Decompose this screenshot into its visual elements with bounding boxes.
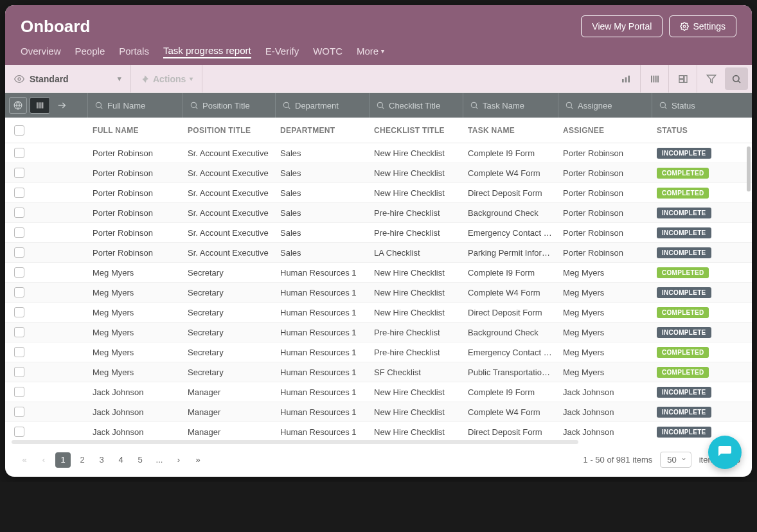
chart-view-button[interactable]	[612, 65, 640, 93]
svg-rect-8	[657, 75, 659, 82]
table-row[interactable]: Jack JohnsonManagerHuman Resources 1New …	[5, 422, 752, 439]
row-checkbox[interactable]	[14, 347, 24, 357]
page-prev-button[interactable]: ‹	[36, 452, 51, 468]
filter-department[interactable]	[275, 93, 369, 118]
table-row[interactable]: Meg MyersSecretaryHuman Resources 1New H…	[5, 303, 752, 323]
table-row[interactable]: Jack JohnsonManagerHuman Resources 1New …	[5, 382, 752, 402]
view-my-portal-label: View My Portal	[592, 21, 652, 31]
nav-people[interactable]: People	[75, 45, 105, 58]
row-checkbox[interactable]	[14, 427, 24, 437]
table-row[interactable]: Meg MyersSecretaryHuman Resources 1New H…	[5, 283, 752, 303]
col-header-task-name[interactable]: TASK NAME	[463, 126, 558, 135]
row-checkbox[interactable]	[14, 287, 24, 297]
page-number-...[interactable]: ...	[152, 452, 167, 468]
table-row[interactable]: Meg MyersSecretaryHuman Resources 1Pre-h…	[5, 342, 752, 362]
cell-department: Sales	[275, 188, 369, 198]
nav-portals[interactable]: Portals	[119, 45, 149, 58]
density-toggle[interactable]	[30, 97, 50, 114]
layout-button[interactable]	[668, 65, 697, 93]
search-button[interactable]	[725, 67, 748, 90]
globe-toggle[interactable]	[9, 97, 27, 114]
page-first-button[interactable]: «	[17, 452, 32, 468]
svg-point-26	[283, 102, 289, 107]
cell-department: Sales	[275, 148, 369, 158]
row-checkbox[interactable]	[14, 307, 24, 317]
settings-button[interactable]: Settings	[669, 15, 736, 37]
cell-task-name: Emergency Contact Inf…	[463, 348, 558, 357]
table-row[interactable]: Porter RobinsonSr. Account ExecutiveSale…	[5, 143, 752, 163]
table-row[interactable]: Porter RobinsonSr. Account ExecutiveSale…	[5, 243, 752, 263]
nav-e-verify[interactable]: E-Verify	[265, 45, 299, 58]
table-row[interactable]: Jack JohnsonManagerHuman Resources 1New …	[5, 402, 752, 422]
row-checkbox[interactable]	[14, 247, 24, 258]
perpage-select[interactable]: 50	[660, 452, 691, 468]
vertical-scrollbar-thumb[interactable]	[747, 146, 751, 191]
page-number-4[interactable]: 4	[113, 452, 129, 468]
nav-wotc[interactable]: WOTC	[313, 45, 343, 58]
filter-button[interactable]	[697, 65, 725, 93]
cell-department: Human Resources 1	[275, 348, 369, 357]
filter-assignee[interactable]	[558, 93, 652, 118]
row-checkbox[interactable]	[14, 208, 24, 218]
col-header-full-name[interactable]: FULL NAME	[87, 126, 183, 135]
table-row[interactable]: Meg MyersSecretaryHuman Resources 1SF Ch…	[5, 362, 752, 382]
filter-status[interactable]	[652, 93, 717, 118]
table-row[interactable]: Porter RobinsonSr. Account ExecutiveSale…	[5, 183, 752, 203]
page-number-3[interactable]: 3	[94, 452, 109, 468]
page-next-button[interactable]: ›	[171, 452, 186, 468]
table-row[interactable]: Meg MyersSecretaryHuman Resources 1New H…	[5, 263, 752, 283]
columns-button[interactable]	[640, 65, 668, 93]
col-header-assignee[interactable]: ASSIGNEE	[558, 126, 652, 135]
row-checkbox[interactable]	[14, 168, 24, 178]
status-badge: INCOMPLETE	[657, 227, 711, 238]
page-number-2[interactable]: 2	[75, 452, 90, 468]
filter-status-input[interactable]	[672, 101, 711, 111]
row-checkbox[interactable]	[14, 148, 24, 158]
row-checkbox[interactable]	[14, 327, 24, 337]
view-my-portal-button[interactable]: View My Portal	[581, 15, 663, 37]
row-checkbox[interactable]	[14, 227, 24, 238]
filter-position-title[interactable]	[183, 93, 275, 118]
row-checkbox[interactable]	[14, 188, 24, 198]
page-last-button[interactable]: »	[190, 452, 206, 468]
filter-full-name-input[interactable]	[107, 101, 176, 111]
table-row[interactable]: Porter RobinsonSr. Account ExecutiveSale…	[5, 163, 752, 183]
expand-columns[interactable]	[53, 97, 71, 114]
filter-checklist-title-input[interactable]	[389, 101, 456, 111]
nav-more-label: More	[357, 46, 378, 57]
col-header-position-title[interactable]: POSITION TITLE	[183, 126, 275, 135]
row-checkbox[interactable]	[14, 367, 24, 377]
nav-task-progress-report[interactable]: Task progress report	[163, 45, 251, 58]
svg-rect-20	[42, 102, 43, 108]
svg-rect-19	[40, 102, 41, 108]
actions-dropdown[interactable]: Actions ▾	[131, 65, 202, 93]
col-header-checklist-title[interactable]: CHECKLIST TITLE	[369, 126, 463, 135]
scrollbar-thumb[interactable]	[12, 440, 578, 444]
row-checkbox[interactable]	[14, 267, 24, 278]
filter-position-title-input[interactable]	[202, 101, 269, 111]
table-row[interactable]: Porter RobinsonSr. Account ExecutiveSale…	[5, 203, 752, 223]
nav-overview[interactable]: Overview	[21, 45, 61, 58]
filter-task-name[interactable]	[463, 93, 558, 118]
row-checkbox[interactable]	[14, 407, 24, 417]
chat-button[interactable]	[708, 436, 742, 469]
filter-full-name[interactable]	[87, 93, 183, 118]
settings-label: Settings	[693, 21, 726, 31]
filter-assignee-input[interactable]	[578, 101, 645, 111]
table-row[interactable]: Meg MyersSecretaryHuman Resources 1Pre-h…	[5, 323, 752, 342]
nav-more[interactable]: More ▾	[357, 45, 384, 58]
page-number-1[interactable]: 1	[55, 452, 71, 468]
view-selector[interactable]: Standard ▾	[5, 65, 131, 93]
select-all-checkbox[interactable]	[14, 125, 24, 136]
filter-department-input[interactable]	[295, 101, 362, 111]
cell-status: COMPLETED	[652, 168, 717, 179]
filter-checklist-title[interactable]	[369, 93, 463, 118]
page-number-5[interactable]: 5	[132, 452, 148, 468]
row-checkbox-cell	[5, 188, 87, 198]
horizontal-scrollbar[interactable]	[5, 439, 752, 445]
row-checkbox[interactable]	[14, 387, 24, 397]
table-row[interactable]: Porter RobinsonSr. Account ExecutiveSale…	[5, 223, 752, 243]
col-header-status[interactable]: STATUS	[652, 126, 717, 135]
filter-task-name-input[interactable]	[483, 101, 551, 111]
col-header-department[interactable]: DEPARTMENT	[275, 126, 369, 135]
